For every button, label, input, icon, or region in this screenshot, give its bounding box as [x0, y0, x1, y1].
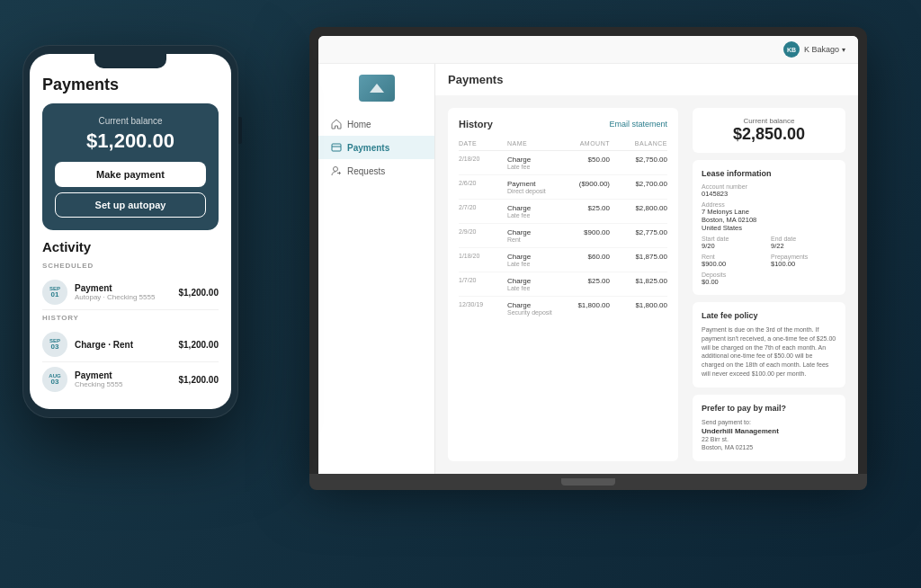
user-name: K Bakago — [804, 45, 839, 54]
cell-date-0: 2/18/20 — [459, 156, 504, 170]
phone-screen: Payments Current balance $1,200.00 Make … — [30, 54, 231, 409]
history-day-0: 03 — [51, 343, 59, 351]
phone-page-title: Payments — [42, 76, 219, 94]
cell-date-6: 12/30/19 — [459, 301, 504, 316]
user-badge: KB — [783, 41, 800, 58]
col-balance: BALANCE — [613, 140, 667, 147]
address-row: Address 7 Melonys Lane Boston, MA 02108 … — [702, 201, 836, 232]
late-fee-box: Late fee policy Payment is due on the 3r… — [693, 302, 845, 388]
start-col: Start date 9/20 — [702, 236, 767, 250]
page-title-laptop: Payments — [448, 73, 845, 86]
table-rows: 2/18/20 Charge Late fee $50.00 $2,750.00… — [459, 151, 667, 320]
laptop-hinge — [561, 478, 615, 486]
start-label: Start date — [702, 236, 767, 242]
history-title: History — [459, 119, 493, 129]
cell-date-5: 1/7/20 — [459, 277, 504, 291]
mail-box: Prefer to pay by mail? Send payment to: … — [693, 395, 845, 461]
email-statement-link[interactable]: Email statement — [609, 120, 667, 129]
cell-amount-3: $900.00 — [556, 228, 610, 243]
cell-name-0: Charge Late fee — [507, 156, 552, 170]
end-label: End date — [771, 236, 836, 242]
history-info-1: Payment Checking 5555 — [75, 370, 172, 388]
svg-rect-0 — [332, 144, 341, 151]
history-info-0: Charge · Rent — [75, 340, 172, 350]
account-row: Account number 0145823 — [702, 183, 836, 198]
history-amount-0: $1,200.00 — [179, 340, 219, 350]
table-row: 2/9/20 Charge Rent $900.00 $2,775.00 — [459, 224, 667, 248]
history-amount-1: $1,200.00 — [179, 375, 219, 385]
history-avatar-0: SEP 03 — [42, 332, 67, 357]
avatar-day-0: 01 — [51, 291, 59, 298]
cell-name-3: Charge Rent — [507, 228, 552, 243]
phone-device: Payments Current balance $1,200.00 Make … — [22, 45, 238, 418]
lease-info-box: Lease information Account number 0145823… — [693, 160, 845, 295]
sidebar-item-home[interactable]: Home — [318, 112, 434, 136]
mail-address: 22 Birr st. Boston, MA 02125 — [702, 435, 836, 453]
history-name-1: Payment — [75, 370, 172, 380]
sidebar-requests-label: Requests — [347, 166, 385, 176]
laptop-base — [309, 474, 867, 490]
cell-balance-3: $2,775.00 — [613, 228, 667, 243]
sidebar-item-requests[interactable]: Requests — [318, 159, 434, 183]
history-label: HISTORY — [42, 314, 219, 322]
cell-balance-5: $1,825.00 — [613, 277, 667, 291]
setup-autopay-button[interactable]: Set up autopay — [55, 192, 206, 218]
make-payment-button[interactable]: Make payment — [55, 162, 206, 187]
cell-date-4: 1/18/20 — [459, 253, 504, 267]
table-row: 2/6/20 Payment Direct deposit ($900.00) … — [459, 175, 667, 200]
rent-label: Rent — [702, 254, 767, 260]
history-section: History Email statement DATE NAME AMOUNT… — [448, 108, 678, 461]
cell-name-4: Charge Late fee — [507, 253, 552, 267]
table-header: DATE NAME AMOUNT BALANCE — [459, 137, 667, 151]
balance-box: Current balance $2,850.00 — [693, 108, 845, 153]
col-amount: AMOUNT — [556, 140, 610, 147]
cell-amount-2: $25.00 — [556, 204, 610, 218]
laptop-bezel: KB K Bakago ▾ Home — [309, 27, 867, 474]
cell-date-2: 2/7/20 — [459, 204, 504, 218]
history-name-0: Charge · Rent — [75, 340, 172, 350]
start-value: 9/20 — [702, 242, 767, 250]
table-row: 12/30/19 Charge Security deposit $1,800.… — [459, 297, 667, 320]
laptop-device: KB K Bakago ▾ Home — [309, 27, 867, 490]
account-value: 0145823 — [702, 190, 836, 198]
sidebar-payments-label: Payments — [347, 143, 389, 153]
activity-avatar-0: SEP 01 — [42, 280, 67, 305]
history-day-1: 03 — [51, 379, 59, 386]
app-logo — [359, 75, 395, 102]
phone-notch — [94, 54, 166, 68]
sidebar: Home Payments — [318, 64, 435, 474]
cell-name-6: Charge Security deposit — [507, 301, 552, 316]
col-name: NAME — [507, 140, 552, 147]
balance-amount: $2,850.00 — [702, 125, 836, 144]
mail-subtitle: Send payment to: — [702, 418, 836, 427]
history-item-0: SEP 03 Charge · Rent $1,200.00 — [42, 327, 219, 362]
phone-balance-label: Current balance — [55, 116, 206, 126]
deposit-col: Deposits $0.00 — [702, 272, 767, 286]
prepay-label: Prepayments — [771, 254, 836, 260]
activity-sub-0: Autopay · Checking 5555 — [75, 293, 172, 301]
mail-name: Underhill Management — [702, 427, 836, 435]
main-header: Payments — [435, 64, 858, 95]
sidebar-item-payments[interactable]: Payments — [318, 136, 434, 159]
phone-side-button — [238, 117, 242, 144]
cell-balance-1: $2,700.00 — [613, 180, 667, 194]
history-header: History Email statement — [459, 119, 667, 129]
deposit-label: Deposits — [702, 272, 767, 278]
cell-amount-0: $50.00 — [556, 156, 610, 170]
rent-col: Rent $900.00 — [702, 254, 767, 268]
cell-date-3: 2/9/20 — [459, 228, 504, 243]
mail-title: Prefer to pay by mail? — [702, 404, 836, 413]
payments-icon — [331, 142, 342, 153]
app-header: KB K Bakago ▾ — [318, 36, 858, 64]
dropdown-icon[interactable]: ▾ — [842, 46, 845, 54]
history-item-1: AUG 03 Payment Checking 5555 $1,200.00 — [42, 362, 219, 396]
table-row: 1/7/20 Charge Late fee $25.00 $1,825.00 — [459, 272, 667, 297]
cell-date-1: 2/6/20 — [459, 180, 504, 194]
activity-name-0: Payment — [75, 283, 172, 293]
end-value: 9/22 — [771, 242, 836, 250]
dates-grid: Start date 9/20 End date 9/22 Rent — [702, 236, 836, 286]
history-avatar-1: AUG 03 — [42, 367, 67, 392]
cell-amount-6: $1,800.00 — [556, 301, 610, 316]
app-body: Home Payments — [318, 64, 858, 474]
balance-label: Current balance — [702, 117, 836, 125]
